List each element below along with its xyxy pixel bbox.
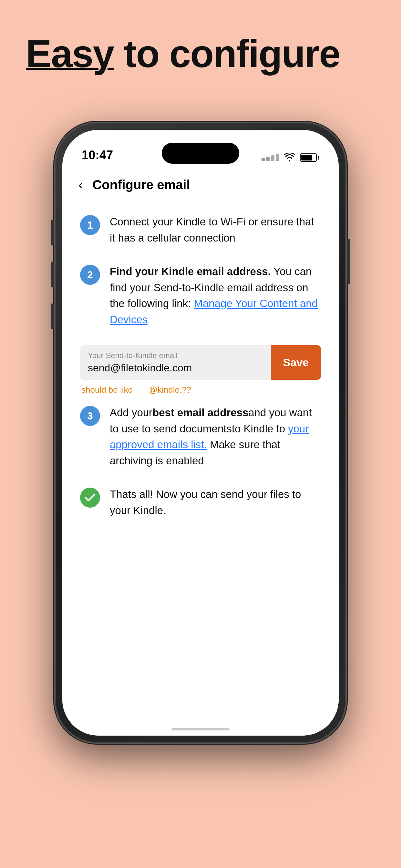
step-3: 3 Add yourbest email addressand you want… bbox=[80, 405, 321, 469]
step-3-badge: 3 bbox=[80, 406, 100, 426]
check-icon bbox=[85, 493, 96, 502]
wifi-icon bbox=[284, 153, 296, 162]
battery-icon bbox=[300, 153, 319, 162]
email-input-row: Your Send-to-Kindle email send@filetokin… bbox=[80, 345, 321, 380]
home-indicator bbox=[172, 728, 229, 731]
email-input-section: Your Send-to-Kindle email send@filetokin… bbox=[80, 345, 321, 395]
signal-dot-1 bbox=[261, 158, 265, 161]
content-area: 1 Connect your Kindle to Wi-Fi or ensure… bbox=[62, 201, 339, 736]
final-step: Thats all! Now you can send your files t… bbox=[80, 486, 321, 518]
step-1-badge: 1 bbox=[80, 215, 100, 235]
phone-shell: 10:47 bbox=[55, 123, 346, 743]
nav-bar: ‹ Configure email bbox=[62, 168, 339, 201]
signal-dots-icon bbox=[261, 154, 279, 161]
step-2: 2 Find your Kindle email address. You ca… bbox=[80, 264, 321, 328]
nav-title: Configure email bbox=[92, 178, 190, 192]
dynamic-island bbox=[162, 143, 239, 164]
headline-rest: to configure bbox=[114, 32, 340, 75]
final-step-text: Thats all! Now you can send your files t… bbox=[110, 486, 321, 518]
step-1: 1 Connect your Kindle to Wi-Fi or ensure… bbox=[80, 214, 321, 246]
signal-dot-4 bbox=[276, 154, 279, 161]
headline-easy: Easy bbox=[26, 32, 114, 75]
step-2-text: Find your Kindle email address. You can … bbox=[110, 264, 321, 328]
step-2-bold: Find your Kindle email address. bbox=[110, 266, 271, 277]
email-input-label: Your Send-to-Kindle email bbox=[88, 351, 263, 360]
phone-screen: 10:47 bbox=[62, 130, 339, 736]
step-1-text: Connect your Kindle to Wi-Fi or ensure t… bbox=[110, 214, 321, 246]
error-text: should be like ___@kindle.?? bbox=[81, 385, 321, 395]
step-3-before: Add your bbox=[110, 407, 152, 418]
step-3-bold: best email address bbox=[152, 407, 248, 418]
step-2-badge: 2 bbox=[80, 265, 100, 285]
status-icons bbox=[261, 153, 319, 162]
signal-dot-2 bbox=[266, 157, 270, 161]
phone-wrapper: 10:47 bbox=[55, 123, 346, 743]
email-input-value[interactable]: send@filetokindle.com bbox=[88, 362, 192, 374]
check-badge bbox=[80, 488, 100, 507]
back-button[interactable]: ‹ bbox=[79, 178, 83, 192]
email-input-wrapper: Your Send-to-Kindle email send@filetokin… bbox=[80, 345, 271, 380]
save-button[interactable]: Save bbox=[271, 345, 321, 380]
headline: Easy to configure bbox=[26, 32, 375, 75]
step-3-text: Add yourbest email addressand you want t… bbox=[110, 405, 321, 469]
status-time: 10:47 bbox=[82, 148, 113, 162]
signal-dot-3 bbox=[271, 155, 274, 161]
headline-container: Easy to configure bbox=[26, 32, 375, 75]
